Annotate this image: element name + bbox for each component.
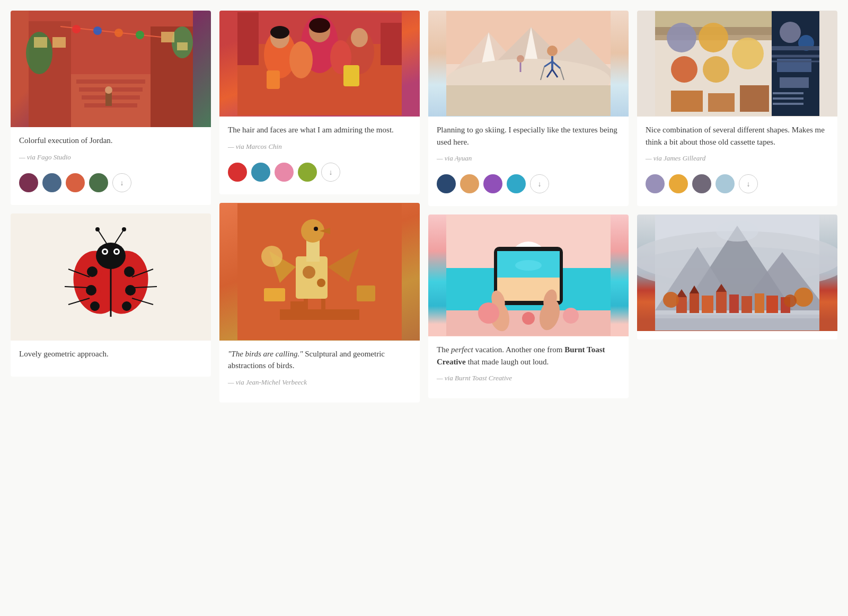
svg-point-124 bbox=[703, 56, 729, 83]
card-geometric: Nice combination of several different sh… bbox=[637, 11, 837, 206]
svg-point-16 bbox=[105, 86, 112, 94]
svg-rect-61 bbox=[381, 23, 402, 65]
color-swatch bbox=[66, 173, 85, 192]
image-birds bbox=[219, 203, 420, 341]
card-marcos-source: — via Marcos Chin bbox=[228, 142, 411, 151]
svg-point-57 bbox=[309, 18, 330, 33]
card-ladybug-title: Lovely geometric approach. bbox=[19, 348, 202, 360]
color-swatch bbox=[89, 173, 108, 192]
masonry-grid: Colorful execution of Jordan. — via Fago… bbox=[11, 11, 837, 403]
card-vacation-source: — via Burnt Toast Creative bbox=[437, 374, 620, 382]
image-vacation bbox=[428, 215, 629, 336]
image-skiing bbox=[428, 11, 629, 117]
card-geometric-body: Nice combination of several different sh… bbox=[637, 117, 837, 170]
svg-rect-77 bbox=[264, 288, 285, 301]
svg-point-108 bbox=[515, 260, 542, 271]
svg-rect-148 bbox=[690, 293, 699, 313]
svg-rect-126 bbox=[671, 91, 703, 112]
svg-point-161 bbox=[663, 292, 679, 308]
image-marcos bbox=[219, 11, 420, 117]
card-marcos-palette: ↓ bbox=[219, 158, 420, 186]
svg-rect-74 bbox=[321, 299, 325, 315]
card-jordan-body: Colorful execution of Jordan. — via Fago… bbox=[11, 127, 211, 169]
color-swatch bbox=[669, 174, 688, 193]
color-swatch bbox=[646, 174, 665, 193]
svg-rect-152 bbox=[741, 296, 752, 313]
svg-point-129 bbox=[780, 22, 801, 43]
svg-point-26 bbox=[86, 285, 96, 296]
svg-rect-88 bbox=[446, 85, 611, 116]
download-button[interactable]: ↓ bbox=[739, 174, 758, 193]
card-birds-title: "The birds are calling." Sculptural and … bbox=[228, 348, 411, 372]
card-jordan-title: Colorful execution of Jordan. bbox=[19, 135, 202, 147]
card-vacation: The perfect vacation. Another one from B… bbox=[428, 215, 629, 398]
svg-point-146 bbox=[716, 220, 758, 242]
color-swatch bbox=[716, 174, 735, 193]
card-vacation-title: The perfect vacation. Another one from B… bbox=[437, 344, 620, 368]
color-swatch bbox=[298, 163, 317, 182]
svg-rect-17 bbox=[34, 37, 47, 48]
svg-point-72 bbox=[314, 227, 318, 231]
svg-point-125 bbox=[732, 38, 764, 69]
svg-point-12 bbox=[136, 31, 144, 39]
card-skiing-source: — via Ayuan bbox=[437, 154, 620, 163]
svg-point-11 bbox=[114, 29, 123, 37]
svg-rect-128 bbox=[740, 85, 769, 112]
svg-point-29 bbox=[125, 285, 136, 296]
svg-rect-19 bbox=[161, 32, 174, 42]
card-skiing: Planning to go skiing. I especially like… bbox=[428, 11, 629, 206]
svg-point-114 bbox=[563, 308, 579, 324]
svg-point-30 bbox=[122, 301, 131, 311]
download-button[interactable]: ↓ bbox=[321, 163, 340, 182]
svg-rect-160 bbox=[655, 318, 819, 331]
color-swatch bbox=[42, 173, 61, 192]
svg-point-113 bbox=[478, 302, 499, 324]
svg-point-121 bbox=[667, 23, 696, 52]
svg-rect-153 bbox=[755, 293, 764, 313]
svg-rect-15 bbox=[105, 93, 112, 106]
svg-point-89 bbox=[547, 46, 558, 56]
image-ladybug bbox=[11, 213, 211, 341]
card-jordan-palette: ↓ bbox=[11, 169, 211, 197]
svg-point-79 bbox=[261, 246, 282, 267]
color-swatch bbox=[507, 174, 526, 193]
svg-rect-149 bbox=[702, 296, 713, 313]
svg-rect-154 bbox=[766, 296, 778, 313]
svg-point-34 bbox=[103, 250, 107, 253]
svg-point-51 bbox=[289, 41, 313, 78]
svg-point-75 bbox=[303, 266, 315, 279]
svg-point-10 bbox=[93, 26, 102, 35]
svg-point-76 bbox=[317, 279, 325, 287]
download-button[interactable]: ↓ bbox=[530, 174, 549, 193]
svg-point-163 bbox=[784, 294, 797, 307]
svg-rect-4 bbox=[76, 79, 145, 84]
card-jordan: Colorful execution of Jordan. — via Fago… bbox=[11, 11, 211, 205]
color-swatch bbox=[460, 174, 479, 193]
image-geometric bbox=[637, 11, 837, 117]
svg-rect-127 bbox=[708, 93, 735, 112]
card-hallstatt bbox=[637, 215, 837, 340]
svg-rect-78 bbox=[357, 285, 375, 301]
svg-point-115 bbox=[522, 312, 535, 325]
svg-rect-60 bbox=[237, 12, 259, 65]
card-ladybug: Lovely geometric approach. bbox=[11, 213, 211, 377]
color-swatch bbox=[483, 174, 502, 193]
svg-point-123 bbox=[671, 56, 697, 83]
card-ladybug-body: Lovely geometric approach. bbox=[11, 341, 211, 369]
svg-point-39 bbox=[122, 227, 126, 231]
card-skiing-palette: ↓ bbox=[428, 170, 629, 198]
color-swatch bbox=[228, 163, 247, 182]
image-hallstatt bbox=[637, 215, 837, 331]
svg-rect-58 bbox=[343, 65, 359, 86]
card-jordan-source: — via Fago Studio bbox=[19, 153, 202, 162]
card-birds: "The birds are calling." Sculptural and … bbox=[219, 203, 420, 403]
svg-point-28 bbox=[124, 266, 135, 277]
svg-rect-18 bbox=[52, 37, 66, 48]
download-button[interactable]: ↓ bbox=[112, 173, 131, 192]
svg-point-122 bbox=[699, 23, 728, 52]
card-skiing-title: Planning to go skiing. I especially like… bbox=[437, 124, 620, 148]
svg-point-97 bbox=[517, 55, 524, 63]
svg-point-31 bbox=[96, 243, 126, 269]
card-marcos: The hair and faces are what I am admirin… bbox=[219, 11, 420, 194]
svg-point-162 bbox=[794, 288, 813, 307]
